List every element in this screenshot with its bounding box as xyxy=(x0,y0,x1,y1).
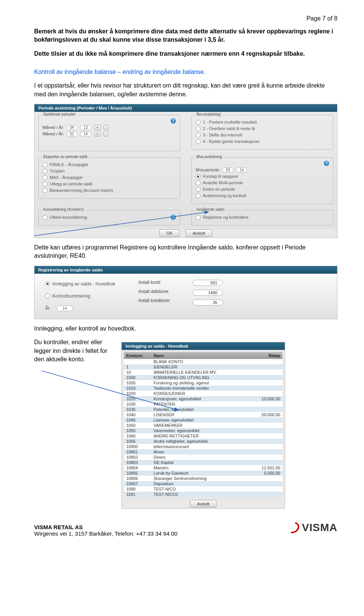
para-3: Innlegging, eller kontroll av hovedbok. xyxy=(34,324,337,333)
visma-logo: VISMA xyxy=(287,522,337,534)
dialog-title: Periode avslutning (Perioder / Mva / Års… xyxy=(35,104,337,112)
table-row[interactable]: 1090TEST-NICO xyxy=(124,486,282,492)
table-row[interactable]: 1025Konsesjoner, egenutviklet10.000,00 xyxy=(124,396,282,401)
cancel-button[interactable]: Avslutt xyxy=(185,229,212,237)
ars-opt-2[interactable]: 2 - Overføre saldi til neste år xyxy=(196,126,329,131)
ars-opt-4[interactable]: 4 - Rydde gamle transaksjoner xyxy=(196,139,329,144)
intro-1: Bemerk at hvis du ønsker å komprimere di… xyxy=(34,27,337,44)
antall-kred-label: Antall kreditorer xyxy=(138,298,170,303)
stepper-down-2[interactable]: - xyxy=(104,132,108,136)
fieldset-ars: Års-avslutning xyxy=(195,112,222,116)
mva-periode-label: Mva-periode: xyxy=(196,168,220,172)
fieldset-eksport: Eksporter av periode-saldi xyxy=(42,155,89,159)
cancel-button-2[interactable]: Avslutt xyxy=(190,500,217,508)
mva-month[interactable]: 03 xyxy=(222,168,234,172)
mva-opt-2[interactable]: Avslutte MVA-periode xyxy=(196,180,329,185)
table-row[interactable]: 1010Testkonto immaterielle verdier xyxy=(124,386,282,391)
table-row[interactable]: 1091TEST-NICO2 xyxy=(124,492,282,497)
stepper-up-2[interactable]: + xyxy=(94,132,100,136)
antall-konti-label: Antall konti xyxy=(138,280,160,285)
logo-swirl-icon xyxy=(287,522,300,533)
eksport-opt-1[interactable]: FINALE - Årsoppgjør xyxy=(42,162,176,167)
month-input-2[interactable]: 01 xyxy=(66,132,78,136)
register-saldo-dialog: Registrering av inngående saldo Innleggi… xyxy=(34,266,337,319)
dialog-title-2: Registrering av inngående saldo xyxy=(35,266,337,274)
eksport-opt-5[interactable]: Bankavstemming (Account match) xyxy=(42,188,176,193)
ars-opt-1[interactable]: 1 - Postere (nullstille resultat) xyxy=(196,120,329,125)
intro-2: Dette tilsier at du ikke må komprimere d… xyxy=(34,50,337,58)
table-row[interactable]: 1005Forskning og utvikling, egenut xyxy=(124,380,282,386)
ars-opt-3[interactable]: 3 - Skifte års-intervall xyxy=(196,133,329,138)
mva-opt-1[interactable]: Forslag til oppgave xyxy=(196,174,329,179)
year-input-2[interactable]: 14 xyxy=(80,132,91,136)
table-row[interactable]: 10805Larvik by Gavekort5.000,00 xyxy=(124,470,282,476)
year-input-1[interactable]: 13 xyxy=(80,125,91,130)
table-row[interactable]: 1EIENDELER xyxy=(124,364,282,370)
month-year-label: Måned / År: xyxy=(42,125,64,130)
page-number: Page 7 of 8 xyxy=(34,15,337,22)
table-row[interactable]: 1055Varemerker, egenutviklet xyxy=(124,428,282,433)
table-row[interactable]: 1030PATENTER xyxy=(124,401,282,407)
saldo-table-dialog: Innlegging av saldo - Hovedbok Kontonr. … xyxy=(121,342,285,509)
table-row[interactable]: 10804Maestro12.501,50 xyxy=(124,465,282,470)
help-icon[interactable]: ? xyxy=(171,118,176,124)
table-row[interactable]: 10800teller/visa/eurocard xyxy=(124,444,282,449)
antall-konti-value: 561 xyxy=(193,280,223,286)
para-2: Dette kan utføres i programmet Registrer… xyxy=(34,243,337,260)
table-row[interactable]: 1050VAREMERKER xyxy=(124,423,282,428)
fieldset-gjeldende: Gjeldende perioder xyxy=(42,112,77,116)
dialog-title-3: Innlegging av saldo - Hovedbok xyxy=(122,342,285,350)
antall-kred-value: 35 xyxy=(193,299,223,306)
eksport-opt-3[interactable]: MAX - Årsoppgjør xyxy=(42,175,176,180)
help-icon[interactable]: ? xyxy=(171,215,176,220)
year-label: År xyxy=(45,306,50,311)
logo-text: VISMA xyxy=(302,522,337,534)
month-year-label-2: Måned / År: xyxy=(42,132,64,136)
table-row[interactable]: 10802Diners xyxy=(124,455,282,460)
table-row[interactable]: 10806Stavanger Sentrumsforening xyxy=(124,476,282,481)
mva-opt-3[interactable]: Endre en periode xyxy=(196,187,329,192)
table-row[interactable]: 1035Patenter, egenutviklet xyxy=(124,407,282,412)
footer: VISMA RETAIL AS Wirgenes vei 1, 3157 Bar… xyxy=(34,524,337,537)
section-heading: Kontroll av inngående balanse – endring … xyxy=(34,69,337,75)
eksport-opt-2[interactable]: Trioplan xyxy=(42,169,176,174)
antall-deb-label: Antall debitorer xyxy=(138,289,169,294)
ok-button[interactable]: OK xyxy=(159,229,180,237)
kontroll-opt[interactable]: Kontrollsummering xyxy=(45,293,115,299)
table-header: Kontonr. Navn Beløp xyxy=(124,352,282,359)
para-4: Du kontroller, endrer eller legger inn d… xyxy=(34,338,110,364)
mva-year[interactable]: 14 xyxy=(236,168,247,172)
year-input[interactable]: 14 xyxy=(57,306,73,311)
stepper-up[interactable]: + xyxy=(94,125,100,130)
eksport-opt-4[interactable]: Utlegg av periode-saldi xyxy=(42,182,176,187)
para-1: I et oppstartsår, eller hvis revisor har… xyxy=(34,82,337,99)
table-row[interactable]: BLANK KONTO xyxy=(124,359,282,364)
table-row[interactable]: 1040LISENSER50.000,00 xyxy=(124,412,282,417)
period-closing-dialog: Periode avslutning (Perioder / Mva / Års… xyxy=(34,104,337,238)
kons-opt[interactable]: Utføre konsolidering xyxy=(42,215,87,220)
table-row[interactable]: 10803GE Kapital xyxy=(124,460,282,465)
innlegging-opt[interactable]: Innlegging av saldo - hovedbok xyxy=(45,281,115,287)
month-input-1[interactable]: 04 xyxy=(66,125,78,130)
table-row[interactable]: 1000FORSKNING OG UTVIKLING xyxy=(124,375,282,380)
fieldset-kons: Konsolidering (Konsern) xyxy=(42,207,85,212)
inng-opt[interactable]: Registrere og kontrollere xyxy=(196,215,329,220)
table-row[interactable]: 1045Lisenser, egenutviklet xyxy=(124,417,282,423)
table-row[interactable]: 10IMMATERIELLE EIENDELER MV. xyxy=(124,370,282,375)
help-icon[interactable]: ? xyxy=(324,161,329,166)
table-row[interactable]: 1065Andre rettigheter, egenutvikle xyxy=(124,439,282,444)
antall-deb-value: 1400 xyxy=(193,290,223,296)
fieldset-mva: Mva-avslutning xyxy=(195,155,223,159)
table-row[interactable]: 10807Depositum xyxy=(124,481,282,486)
table-row[interactable]: 1060ANDRE RETTIGHETER xyxy=(124,433,282,439)
fieldset-inng: Inngående saldo xyxy=(195,207,226,212)
table-row[interactable]: 1020KONSESJONER xyxy=(124,391,282,396)
table-row[interactable]: 10801Amex xyxy=(124,449,282,455)
mva-opt-4[interactable]: Avstemming og kontroll xyxy=(196,193,329,198)
stepper-down[interactable]: - xyxy=(104,125,108,130)
